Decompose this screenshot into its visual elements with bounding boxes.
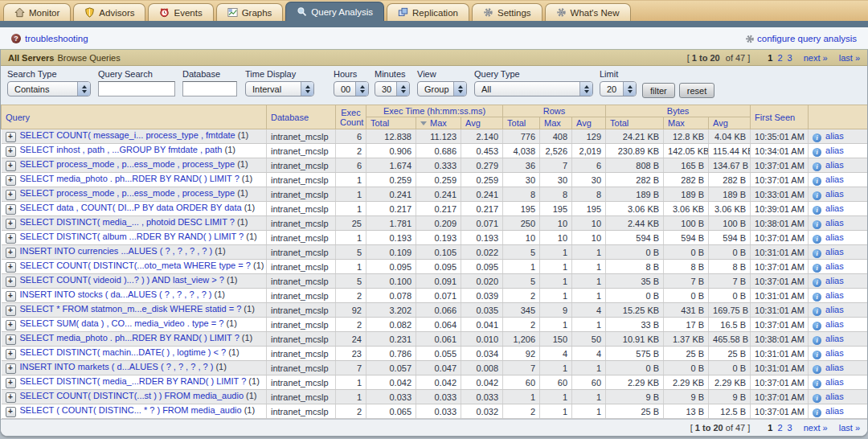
query-link[interactable]: SELECT DISTINCT( media_...RDER BY RAND( …: [20, 376, 247, 386]
query-link[interactable]: SELECT inhost , path , ...GROUP BY fmtda…: [20, 145, 223, 154]
expand-row-button[interactable]: +: [6, 334, 16, 345]
reset-button[interactable]: reset: [679, 83, 714, 98]
alias-link[interactable]: alias: [825, 348, 844, 358]
expand-row-button[interactable]: +: [6, 146, 16, 157]
expand-row-button[interactable]: +: [6, 175, 16, 186]
alias-link[interactable]: alias: [825, 174, 844, 184]
col-header-rows-total[interactable]: Total: [503, 117, 540, 129]
alias-link[interactable]: alias: [825, 363, 844, 372]
query-link[interactable]: SELECT COUNT( DISTINCT(...oto_meta WHERE…: [20, 261, 251, 270]
expand-row-button[interactable]: +: [6, 161, 16, 171]
limit-select[interactable]: 20: [600, 81, 637, 96]
expand-row-button[interactable]: +: [6, 407, 16, 417]
page-3-link[interactable]: 3: [788, 423, 792, 433]
last-page-link[interactable]: last »: [839, 423, 860, 433]
alias-link[interactable]: alias: [825, 276, 844, 285]
alias-link[interactable]: alias: [825, 261, 844, 271]
expand-row-button[interactable]: +: [6, 132, 16, 142]
col-header-exec-avg[interactable]: Avg: [461, 117, 503, 129]
query-link[interactable]: SELECT ( COUNT( DISTINC... * ? ) FROM me…: [20, 405, 242, 415]
alias-link[interactable]: alias: [825, 160, 844, 170]
query-link[interactable]: SELECT DISTINCT( machin...DATE( ) , logt…: [20, 347, 227, 357]
expand-row-button[interactable]: +: [6, 378, 16, 388]
alias-link[interactable]: alias: [825, 203, 844, 213]
col-header-query[interactable]: Query: [2, 105, 267, 129]
col-header-exec-max[interactable]: Max: [416, 117, 461, 129]
alias-link[interactable]: alias: [825, 247, 844, 256]
view-select[interactable]: Group: [417, 81, 467, 96]
tab-settings[interactable]: Settings: [472, 3, 542, 21]
query-search-input[interactable]: [98, 81, 175, 96]
query-link[interactable]: INSERT INTO stocks ( da...ALUES ( ? , ? …: [20, 289, 212, 299]
query-link[interactable]: SELECT COUNT( videoid )...? ) ) AND last…: [20, 275, 224, 285]
minutes-select[interactable]: 30: [375, 81, 410, 96]
troubleshooting-link[interactable]: ? troubleshooting: [11, 34, 88, 43]
col-header-bytes-avg[interactable]: Avg: [709, 117, 751, 129]
tab-events[interactable]: Events: [148, 3, 213, 21]
expand-row-button[interactable]: +: [6, 291, 16, 302]
next-page-link[interactable]: next »: [804, 423, 828, 433]
tab-advisors[interactable]: Advisors: [73, 3, 145, 21]
tab-replication[interactable]: Replication: [387, 3, 469, 21]
tab-monitor[interactable]: Monitor: [3, 3, 71, 21]
database-input[interactable]: [182, 81, 237, 96]
filter-button[interactable]: filter: [642, 83, 675, 98]
col-header-first-seen[interactable]: First Seen: [751, 105, 809, 129]
alias-link[interactable]: alias: [825, 189, 844, 199]
query-link[interactable]: SELECT data , COUNT( DI...P BY data ORDE…: [20, 203, 242, 212]
hours-select[interactable]: 00: [334, 81, 369, 96]
query-link[interactable]: SELECT * FROM statmon_m...e_disk WHERE s…: [20, 304, 242, 314]
query-link[interactable]: SELECT media_photo . ph...RDER BY RAND( …: [20, 174, 240, 183]
query-link[interactable]: INSERT INTO currencies ...ALUES ( ? , ? …: [20, 246, 213, 256]
alias-link[interactable]: alias: [825, 319, 844, 329]
expand-row-button[interactable]: +: [6, 320, 16, 330]
expand-row-button[interactable]: +: [6, 233, 16, 244]
query-link[interactable]: INSERT INTO markets ( d...ALUES ( ? , ? …: [20, 362, 214, 371]
next-page-link[interactable]: next »: [804, 53, 828, 63]
query-link[interactable]: SELECT media_photo . ph...RDER BY RAND( …: [20, 333, 240, 343]
expand-row-button[interactable]: +: [6, 248, 16, 258]
alias-link[interactable]: alias: [825, 131, 844, 141]
alias-link[interactable]: alias: [825, 146, 844, 155]
query-link[interactable]: SELECT DISTINCT( album ...RDER BY RAND( …: [20, 232, 244, 241]
expand-row-button[interactable]: +: [6, 262, 16, 273]
expand-row-button[interactable]: +: [6, 306, 16, 316]
query-link[interactable]: SELECT process_mode , p...ess_mode , pro…: [20, 159, 235, 169]
alias-link[interactable]: alias: [825, 334, 844, 343]
alias-link[interactable]: alias: [825, 218, 844, 228]
page-3-link[interactable]: 3: [788, 53, 792, 63]
page-2-link[interactable]: 2: [777, 53, 782, 63]
alias-link[interactable]: alias: [825, 290, 844, 300]
tab-what-s-new[interactable]: What's New: [545, 3, 631, 21]
alias-link[interactable]: alias: [825, 377, 844, 387]
col-header-rows-avg[interactable]: Avg: [572, 117, 606, 129]
alias-link[interactable]: alias: [825, 406, 844, 416]
alias-link[interactable]: alias: [825, 232, 844, 242]
query-link[interactable]: SELECT process_mode , p...ess_mode , pro…: [20, 188, 235, 198]
query-type-select[interactable]: All: [474, 81, 593, 96]
search-type-select[interactable]: Contains: [7, 81, 91, 96]
query-link[interactable]: SELECT SUM( data ) , CO... media_video .…: [20, 318, 224, 328]
col-header-bytes-max[interactable]: Max: [664, 117, 709, 129]
page-2-link[interactable]: 2: [777, 423, 782, 433]
alias-link[interactable]: alias: [825, 392, 844, 401]
expand-row-button[interactable]: +: [6, 219, 16, 229]
expand-row-button[interactable]: +: [6, 349, 16, 359]
col-header-database[interactable]: Database: [267, 105, 336, 129]
alias-link[interactable]: alias: [825, 305, 844, 314]
query-link[interactable]: SELECT DISTINCT( media_... , photoid DES…: [20, 217, 235, 227]
expand-row-button[interactable]: +: [6, 363, 16, 374]
expand-row-button[interactable]: +: [6, 277, 16, 287]
query-link[interactable]: SELECT COUNT( message_i... process_type …: [20, 130, 235, 140]
time-display-select[interactable]: Interval: [245, 81, 314, 96]
expand-row-button[interactable]: +: [6, 204, 16, 215]
tab-query-analysis[interactable]: Query Analysis: [285, 2, 384, 21]
last-page-link[interactable]: last »: [839, 53, 860, 63]
query-link[interactable]: SELECT COUNT( DISTINCT(...st ) ) FROM me…: [20, 391, 244, 400]
col-header-exec-total[interactable]: Total: [366, 117, 416, 129]
col-header-rows-max[interactable]: Max: [540, 117, 572, 129]
expand-row-button[interactable]: +: [6, 190, 16, 200]
col-header-exec-count[interactable]: Exec Count: [336, 105, 366, 129]
col-header-bytes-total[interactable]: Total: [606, 117, 664, 129]
tab-graphs[interactable]: Graphs: [216, 3, 284, 21]
